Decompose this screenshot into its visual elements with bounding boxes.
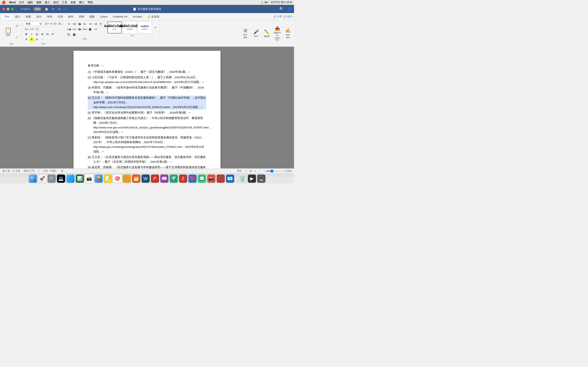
create-share-pdf-button[interactable]: 📤 创建并共享Adobe PDF [273,27,282,40]
underline-button[interactable]: U [35,32,39,36]
tab-design[interactable]: 设计 [34,14,44,19]
increase-indent-button[interactable]: ⇥ [87,22,93,26]
subscript-button[interactable]: X₂ [45,32,50,36]
menu-edit[interactable]: 编辑 [27,1,33,4]
increase-font-button[interactable]: A↑ [54,22,58,26]
align-left-button[interactable]: ≡◀ [66,27,71,31]
share-button[interactable]: 🔗 共享 [273,15,282,18]
cut-button[interactable]: ✂️ [14,23,20,29]
dock-qq[interactable]: ❤️ [189,175,197,183]
decrease-indent-button[interactable]: ⇤ [82,22,87,26]
menu-file[interactable]: 文件 [19,1,24,4]
share-person-icon[interactable]: 👤 [287,7,292,11]
dock-settings[interactable]: ⚙️ [48,175,56,183]
dock-zotero[interactable]: Z [179,175,187,183]
dock-neteasemail[interactable]: 📧 [226,175,234,183]
undo-icon[interactable]: ↩ [52,7,54,11]
clear-format-button[interactable]: A✕ [29,27,35,31]
menu-window[interactable]: 窗口 [79,1,84,4]
dock-excel[interactable]: 📊 [76,175,84,183]
dock-notes[interactable]: 📝 [104,175,112,183]
style-pane-button[interactable]: ⊞ 样式窗格 [241,27,250,40]
text-color-button[interactable]: A [35,37,39,42]
menu-format[interactable]: 格式 [53,1,59,4]
dock-pages[interactable]: 🗂️ [132,175,140,183]
style-gallery-more[interactable]: ▼ [153,25,158,30]
dock-launchpad[interactable]: 🚀 [38,175,46,183]
dock-finder[interactable]: 🔍 [29,175,37,183]
tab-insert[interactable]: 插入 [13,14,23,19]
font-color-button[interactable]: A [24,37,29,42]
dock-keynote[interactable]: 🔧 [123,175,131,183]
menu-help[interactable]: 帮助 [87,1,93,4]
redo-icon[interactable]: ↪ [58,7,61,11]
close-button[interactable] [2,8,5,10]
bold-button[interactable]: B [24,32,29,36]
apple-menu[interactable]: 🍎 [2,0,6,4]
zoom-out-button[interactable]: − [264,170,265,173]
maximize-button[interactable] [11,8,14,10]
dock-reminders[interactable]: 🎯 [113,175,121,183]
document-page[interactable]: 参考文献：↵ [1] 《中国语言服务发展报告（2020）》，载于《语言与翻译》，… [73,51,221,173]
superscript-button[interactable]: X² [51,32,55,36]
text-effect-button[interactable]: A [35,27,39,31]
align-center-button[interactable]: ≡≡ [72,27,77,31]
justify-button[interactable]: ≡≡≡ [82,27,87,31]
tab-endnote[interactable]: EndNote X9 [111,14,130,19]
dock-word[interactable]: W [141,175,150,183]
tab-draw[interactable]: 绘图 [23,14,34,19]
decrease-font-button[interactable]: A↓ [58,22,62,26]
focus-button[interactable]: 专注 [237,169,242,173]
tab-zotero[interactable]: Zotero [98,14,110,19]
style-no-spacing[interactable]: AaBbCcDdEe 无间距 [122,22,137,33]
outline-icon[interactable]: ⊞ [250,170,252,173]
tab-acrobat[interactable]: Acrobat [130,14,144,19]
menu-table[interactable]: 表格 [70,1,76,4]
list-view-icon[interactable]: ≡ [254,170,256,173]
copy-button[interactable]: 📄 [14,29,20,34]
tab-reference[interactable]: 引用 [55,14,65,19]
tab-view[interactable]: 视图 [87,14,97,19]
shading-button[interactable]: 🎨 [66,32,71,37]
more-icon[interactable]: ⋯ [64,7,67,11]
show-marks-button[interactable]: ¶ [98,22,103,26]
line-spacing-button[interactable]: ↕≡ [93,27,98,31]
bullet-list-button[interactable]: ≡• [66,22,71,26]
dock-screen-share[interactable]: 🖥️ [257,175,265,183]
italic-button[interactable]: I [29,32,34,36]
highlight-button[interactable]: A [29,37,34,42]
paste-button[interactable]: 📋 粘贴 [3,26,13,37]
search-title-icon[interactable]: 🔍 [279,7,284,11]
editor-button[interactable]: ✏️ 编辑器 [262,27,271,40]
multilevel-list-button[interactable]: ≡▶ [77,22,82,26]
menu-tools[interactable]: 工具 [62,1,67,4]
dock-dictionary[interactable]: 📖 [160,175,168,183]
font-case-button[interactable]: Aa [24,27,29,31]
dock-appstore[interactable]: 📦 [95,175,103,183]
dock-netease-music[interactable]: 🎵 [217,175,225,183]
menu-word[interactable]: Word [9,1,16,4]
dock-powerpoint[interactable]: P [151,175,159,183]
numbered-list-button[interactable]: ≡1 [72,22,77,26]
zoom-in-button[interactable]: + [283,170,285,173]
comment-button[interactable]: 💬 批注 [284,15,292,18]
menu-view[interactable]: 视图 [36,1,42,4]
dock-wechat[interactable]: 💬 [198,175,206,183]
tab-tell[interactable]: 💡告诉我 [145,14,162,19]
tab-mail[interactable]: 邮件 [66,14,76,19]
dictate-button[interactable]: 🎤 听写 [251,27,260,40]
border-button[interactable]: ▦ [72,32,77,37]
font-size-select[interactable]: 五号 [43,22,53,26]
autosave-toggle[interactable]: 关闭 [34,7,41,11]
tab-review[interactable]: 审阅 [76,14,86,19]
spell-icon[interactable]: ✓ [38,170,40,173]
style-heading1[interactable]: AaBbC 标题 1 [138,22,152,33]
tab-layout[interactable]: 布局 [44,14,55,19]
layout-view-icon[interactable]: ⬜ [244,170,247,173]
tab-home[interactable]: 开始 [2,14,12,20]
dock-trash[interactable]: 🗑️ [238,175,247,183]
strikethrough-button[interactable]: S [40,32,45,36]
columns-button[interactable]: ▦ [87,27,93,31]
align-right-button[interactable]: ≡▶ [77,27,82,31]
dock-capture[interactable]: 📷 [207,175,215,183]
